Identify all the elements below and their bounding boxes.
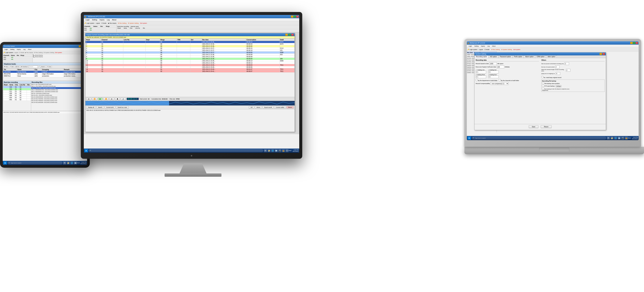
menu-login[interactable]: Login	[3, 48, 9, 51]
table-row[interactable]: 120101 2021-09-21 15:40...00:00:037011	[86, 64, 294, 66]
laptop-ti-1[interactable]: 🗔	[607, 137, 610, 140]
vol-btn[interactable]: 🔊	[121, 98, 126, 100]
table-row[interactable]: 30100 2021-09-21 15:36...00:00:00	[86, 45, 294, 47]
next-btn[interactable]: ⏭	[110, 98, 114, 100]
laptop-ti-2[interactable]: 📁	[610, 137, 614, 140]
monitor-search[interactable]: 🔍	[88, 149, 263, 152]
monitor-close-btn[interactable]: ✕	[296, 16, 299, 18]
rec-item[interactable]: N61-B-201--20210921153629.wav	[31, 94, 87, 96]
search-input[interactable]	[29, 66, 38, 68]
table-row[interactable]: 70100 2021-09-21 15:38...00:00:08003	[86, 54, 294, 56]
build-dept-label[interactable]: By the department to build folder	[476, 79, 498, 81]
rec-item[interactable]: N61-A-70174955--20210921154106.wav	[31, 85, 87, 87]
monitor-max-btn[interactable]: □	[294, 16, 296, 18]
laptop-close-btn[interactable]: ✕	[636, 42, 638, 44]
file-store-label[interactable]: File backup store position	[542, 83, 560, 84]
table-row[interactable]: 80100 2021-09-21 15:38...00:00:08	[86, 56, 294, 58]
laptop-menu-setting[interactable]: Setting	[473, 45, 480, 47]
vip-btn[interactable]: VIP	[249, 106, 254, 109]
sys-dialog-close[interactable]: ✕	[602, 53, 605, 55]
laptop-taskbar-search[interactable]: 🔍 Type here to search	[472, 137, 606, 140]
laptop-menu-about[interactable]: About	[491, 45, 497, 47]
dialog-max[interactable]: □	[288, 34, 291, 36]
laptop-min-btn[interactable]: −	[630, 42, 633, 44]
monitor-ti-3[interactable]: 🌐	[271, 149, 274, 152]
monitor-menu-setting[interactable]: Setting	[91, 19, 98, 21]
sys-save-btn[interactable]: Save	[529, 125, 538, 128]
monitor-ti-1[interactable]: 🗔	[264, 149, 267, 152]
rec-item[interactable]: N61-A-Jul--20210902101452.wav	[31, 84, 87, 85]
saved-wav-btn[interactable]: Saved as a wav	[116, 106, 129, 109]
search-btn[interactable]: Search	[96, 106, 104, 109]
monitor-min-btn[interactable]: −	[291, 16, 293, 18]
fwd-btn[interactable]: ⏩	[104, 98, 108, 100]
record-saved-input[interactable]	[489, 62, 497, 65]
del-btn[interactable]: 🗑 Del	[15, 66, 20, 68]
table-row[interactable]: 40100 2021-09-21 15:37...00:00:150114	[86, 47, 294, 49]
laptop-trackpad[interactable]	[539, 148, 569, 152]
table-row[interactable]: 3160102	[3, 88, 31, 90]
file-store-cb[interactable]	[542, 82, 544, 84]
export-btn[interactable]: Export excell	[262, 106, 274, 109]
ftp-cb[interactable]	[542, 85, 544, 87]
rec-item[interactable]: N61-B--20210921153829.wav	[31, 93, 87, 94]
rec-item[interactable]: N61-A-80060967312--20210921153926.wav	[31, 91, 87, 93]
laptop-menu-login[interactable]: Login	[468, 45, 473, 47]
table-row[interactable]: 0020102	[3, 99, 31, 101]
memo-btn[interactable]: Memo	[255, 106, 262, 109]
table-row[interactable]: 150102 2021-09-21 15:41...00:00:077011	[86, 70, 294, 73]
laptop-max-btn[interactable]: □	[633, 42, 635, 44]
rec-item[interactable]: N61-A-80060902765--20210921153940.wav	[31, 89, 87, 91]
monitor-menu-about[interactable]: About	[111, 19, 118, 21]
table-row[interactable]: 90100 2021-09-21 15:39...00:00:00206	[86, 58, 294, 60]
taskbar-icon-3[interactable]: 🌐	[70, 161, 73, 164]
current-print-btn[interactable]: Current print	[104, 106, 115, 109]
table-row[interactable]: 90122765 Itemal drama delhi stage inform…	[3, 73, 87, 75]
laptop-ti-5[interactable]: 📷	[621, 137, 624, 140]
menu-setting[interactable]: Setting	[9, 48, 16, 51]
table-row[interactable]: 0060102	[3, 95, 31, 97]
ch1-monitor[interactable]: (01) Idle	[84, 28, 116, 29]
rec-item[interactable]: N61-B-4094309026--20210921153544.wav	[31, 96, 87, 98]
dialog-min[interactable]: −	[285, 34, 288, 36]
monitor-ti-6[interactable]: 📻	[282, 149, 285, 152]
table-row[interactable]: 3160102	[3, 86, 31, 88]
no-need-cb[interactable]	[541, 76, 543, 78]
build-dept-cb[interactable]	[476, 79, 478, 81]
no-need-label[interactable]: No. need keep original record	[541, 77, 562, 78]
monitor-start-btn[interactable]: ⊞	[84, 149, 88, 152]
waveform-display[interactable]	[86, 101, 294, 105]
laptop-ti-3[interactable]: 🌐	[614, 137, 617, 140]
close-btn[interactable]: ✕ Close	[46, 66, 52, 68]
end-sec-input[interactable]	[555, 66, 560, 68]
table-row[interactable]: 140101 2021-09-21 15:40...00:01:077011	[86, 68, 294, 70]
monitor-ti-4[interactable]: 📧	[275, 149, 278, 152]
runs-out-input[interactable]	[497, 66, 504, 68]
current-called-btn[interactable]: Current called	[274, 106, 286, 109]
rec-item[interactable]: N61-B-5017450643--20210921153510.wav	[31, 100, 87, 102]
table-row[interactable]: 20100 2021-09-21 15:36...00:00:038470	[86, 43, 294, 45]
laptop-menu-log[interactable]: Log	[486, 45, 491, 47]
monitor-menu-inquiry[interactable]: Inquiry	[98, 19, 106, 21]
rec-item-selected[interactable]: N61-A-70174955--20210921154044.wav	[31, 87, 87, 89]
feedscat-btn[interactable]: ⇄ FeedScat	[20, 66, 28, 68]
taskbar-search[interactable]: 🔍 Type here to search	[8, 161, 62, 164]
play-btn[interactable]: ▶	[98, 98, 102, 100]
tab-other[interactable]: other option	[546, 55, 557, 58]
table-row[interactable]: 0080102	[3, 92, 31, 95]
monitor-ti-5[interactable]: 📷	[278, 149, 281, 152]
catalog3-input[interactable]	[476, 76, 486, 78]
shortest-input[interactable]	[566, 69, 570, 72]
stop-btn[interactable]: ⏹	[115, 98, 120, 100]
build-ch-label[interactable]: By the channels to build folder	[499, 79, 519, 81]
monitor-ti-7[interactable]: 🗒	[286, 149, 288, 152]
compress-select[interactable]: non-compress(1:1)	[491, 82, 508, 85]
dial-out-input[interactable]	[564, 62, 569, 65]
table-row[interactable]: 50100 2021-09-21 15:37...00:00:18201	[86, 49, 294, 52]
auto-backup-cb[interactable]	[542, 88, 544, 89]
tab-no-option[interactable]: NO option	[489, 55, 498, 58]
tab-crm[interactable]: CRM option	[535, 55, 546, 58]
ftp-label[interactable]: FTP auto backup Settings	[542, 85, 562, 87]
tab-recording-option[interactable]: Recording option	[474, 55, 488, 58]
table-row[interactable]: 60100 2021-09-21 15:37...00:09:000098	[86, 52, 294, 54]
